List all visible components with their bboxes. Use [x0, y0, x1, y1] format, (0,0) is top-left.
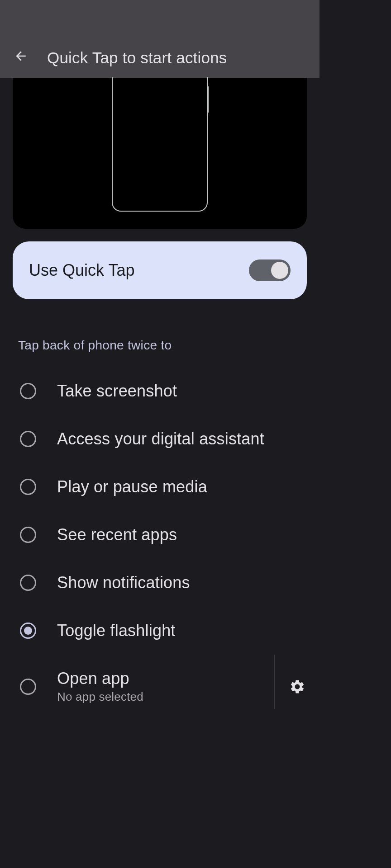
radio-item-flashlight[interactable]: Toggle flashlight — [0, 607, 319, 655]
open-app-settings-button[interactable] — [274, 655, 319, 709]
radio-label: Take screenshot — [57, 382, 300, 401]
radio-circle-selected — [20, 623, 36, 639]
radio-item-recent-apps[interactable]: See recent apps — [0, 511, 319, 559]
radio-circle — [20, 527, 36, 543]
use-quick-tap-card[interactable]: Use Quick Tap — [13, 241, 307, 299]
page-title: Quick Tap to start actions — [47, 49, 227, 67]
radio-circle — [20, 575, 36, 591]
preview-illustration — [13, 78, 307, 229]
section-header: Tap back of phone twice to — [18, 338, 301, 353]
radio-circle — [20, 383, 36, 399]
gear-icon — [289, 679, 305, 695]
toggle-thumb — [271, 262, 288, 279]
radio-label: Play or pause media — [57, 477, 300, 496]
phone-side-button-graphic — [207, 86, 209, 113]
back-button[interactable] — [11, 46, 31, 66]
app-header: Quick Tap to start actions — [0, 0, 319, 78]
radio-label: See recent apps — [57, 525, 300, 544]
radio-item-notifications[interactable]: Show notifications — [0, 559, 319, 607]
radio-label: Access your digital assistant — [57, 429, 300, 448]
radio-label: Toggle flashlight — [57, 621, 300, 640]
radio-item-assistant[interactable]: Access your digital assistant — [0, 415, 319, 463]
radio-item-open-app[interactable]: Open app No app selected — [0, 655, 319, 709]
toggle-label: Use Quick Tap — [29, 261, 134, 280]
radio-label: Show notifications — [57, 573, 300, 592]
radio-circle — [20, 431, 36, 447]
phone-outline-graphic — [112, 77, 208, 212]
arrow-left-icon — [14, 49, 28, 63]
quick-tap-toggle[interactable] — [249, 259, 291, 281]
action-radio-list: Take screenshot Access your digital assi… — [0, 367, 319, 709]
radio-item-media[interactable]: Play or pause media — [0, 463, 319, 511]
radio-circle — [20, 479, 36, 495]
radio-circle — [20, 679, 36, 695]
radio-item-screenshot[interactable]: Take screenshot — [0, 367, 319, 415]
